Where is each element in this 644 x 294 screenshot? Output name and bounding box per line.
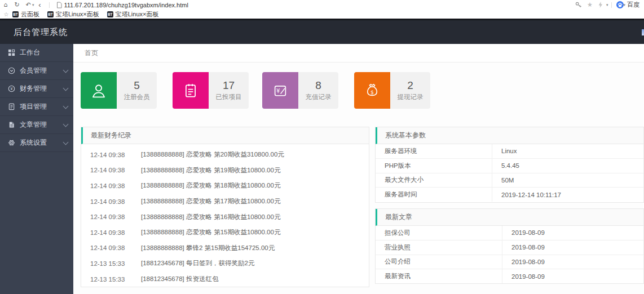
lightning-icon[interactable] (597, 1, 603, 8)
recharge-card-icon: ¥ (262, 72, 298, 109)
divider (49, 2, 50, 8)
bookmark-bt-panel-1[interactable]: BT 宝塔Linux×面板 (47, 10, 99, 19)
table-row: 服务器时间 2019-12-14 10:11:17 (376, 188, 643, 202)
finance-record-row: 12-13 15:33 [18812345678] 每日签到，获得奖励2元 (81, 256, 369, 271)
breadcrumb-home[interactable]: 首页 (85, 44, 98, 63)
finance-record-row: 12-14 09:38 [13888888888] 攀锋2 第15期收益1547… (81, 240, 369, 256)
stat-text: 8 充值记录 (298, 72, 338, 109)
articles-table: 担保公司 2019-08-09 营业执照 2019-08-09 公司介绍 201… (376, 226, 643, 283)
sidebar-item-finance[interactable]: ¥ 财务管理 (0, 80, 73, 98)
record-time: 12-13 15:33 (90, 260, 134, 267)
sidebar-item-label: 财务管理 (20, 84, 64, 93)
sidebar-item-label: 会员管理 (20, 66, 64, 75)
row-value: 5.4.45 (492, 162, 519, 169)
article-date: 2019-08-09 (502, 273, 545, 280)
article-date: 2019-08-09 (502, 259, 545, 265)
chevron-down-icon (63, 139, 69, 145)
project-doc-icon (7, 103, 15, 111)
bookmark-star-icon[interactable]: ☆ (0, 11, 12, 17)
record-time: 12-14 09:38 (90, 167, 134, 173)
table-row: 营业执照 2019-08-09 (376, 240, 643, 255)
back-icon[interactable]: ‹ (34, 1, 46, 9)
stat-text: 5 注册会员 (117, 72, 157, 109)
table-row: 最大文件大小 50M (376, 173, 643, 188)
stat-card-recharge: ¥ 8 充值记录 (262, 72, 338, 109)
tools-caret-icon[interactable]: ▾ (606, 3, 608, 7)
system-params-table: 服务器环境 Linux PHP版本 5.4.45 最大文件大小 50M 服务器时… (376, 144, 643, 202)
sidebar-item-settings[interactable]: 系统设置 (0, 134, 73, 152)
stat-text: 2 提现记录 (390, 72, 430, 109)
stat-label: 已投项目 (216, 93, 242, 101)
sidebar-item-members[interactable]: 会员管理 (0, 62, 73, 80)
stat-card-members: 5 注册会员 (81, 72, 157, 109)
bookmarks-bar: ☆ BT 云面板 BT 宝塔Linux×面板 BT 宝塔Linux×面板 (0, 10, 644, 19)
record-text: [18812345678] 投资送红包 (141, 275, 218, 283)
breadcrumb-bar: 首页 (73, 44, 644, 63)
finance-records-panel: 最新财务纪录 12-14 09:38 [13888888888] 恋爱攻略 第2… (81, 127, 369, 287)
divider (611, 2, 612, 8)
panel-title: 最新文章 (376, 209, 643, 226)
chevron-down-icon (63, 67, 69, 73)
chevron-down-icon (63, 103, 69, 109)
record-text: [13888888888] 恋爱攻略 第18期收益10800.00元 (141, 181, 280, 190)
record-text: [13888888888] 攀锋2 第15期收益154725.00元 (141, 244, 275, 252)
sidebar-item-workbench[interactable]: 工作台 (0, 44, 73, 62)
chevron-down-icon (63, 85, 69, 91)
finance-record-row: 12-14 09:38 [13888888888] 恋爱攻略 第20期收益310… (81, 147, 369, 163)
stat-value: 8 (315, 79, 321, 92)
page-icon (56, 2, 62, 8)
bookmark-label: 宝塔Linux×面板 (116, 10, 159, 19)
record-time: 12-14 09:38 (90, 244, 134, 251)
record-text: [13888888888] 恋爱攻略 第20期收益310800.00元 (141, 150, 284, 159)
search-engine-label[interactable]: 百度 (627, 1, 639, 9)
favorite-star-icon[interactable]: ★ (584, 1, 596, 8)
home-icon[interactable]: ⌂ (0, 1, 11, 8)
bookmark-cloud-panel[interactable]: BT 云面板 (12, 10, 39, 19)
app-title: 后台管理系统 (14, 20, 68, 44)
sidebar-item-articles[interactable]: 文章管理 (0, 116, 73, 134)
url-field[interactable]: 111.67.201.189/chuhzg19tvgabxm/index.htm… (64, 2, 188, 8)
article-title: 担保公司 (376, 226, 502, 240)
system-params-panel: 系统基本参数 服务器环境 Linux PHP版本 5.4.45 最大文件大小 5… (375, 127, 644, 203)
row-value: Linux (492, 148, 517, 154)
record-time: 12-14 09:38 (90, 152, 134, 158)
sidebar-item-projects[interactable]: 项目管理 (0, 98, 73, 116)
panel-title: 系统基本参数 (376, 127, 643, 144)
row-label: 服务器时间 (376, 188, 492, 202)
record-time: 12-14 09:38 (90, 198, 134, 205)
svg-text:$: $ (370, 89, 374, 95)
engine-caret-icon[interactable]: ▾ (623, 3, 625, 7)
table-row: 公司介绍 2019-08-09 (376, 255, 643, 270)
sidebar-item-label: 文章管理 (20, 120, 64, 130)
panel-title: 最新财务纪录 (81, 127, 369, 144)
record-time: 12-13 15:33 (90, 276, 134, 283)
dashboard-grid-icon (7, 49, 15, 57)
stat-text: 17 已投项目 (209, 72, 249, 109)
record-text: [13888888888] 恋爱攻略 第17期收益10800.00元 (141, 197, 280, 206)
row-label: 服务器环境 (376, 144, 492, 158)
finance-circle-icon: ¥ (7, 85, 15, 93)
header-edge-icon (642, 29, 644, 35)
row-value: 50M (492, 177, 514, 184)
finance-record-list: 12-14 09:38 [13888888888] 恋爱攻略 第20期收益310… (81, 144, 369, 287)
stat-label: 充值记录 (306, 93, 332, 101)
app-header: 后台管理系统 (0, 19, 644, 44)
table-row: 担保公司 2019-08-09 (376, 226, 643, 240)
stat-card-projects: 17 已投项目 (173, 72, 249, 109)
stat-card-withdraw: $ 2 提现记录 (354, 72, 430, 109)
record-text: [18812345678] 每日签到，获得奖励2元 (141, 259, 254, 268)
article-title: 营业执照 (376, 240, 502, 255)
bt-favicon: BT (47, 11, 54, 17)
row-label: PHP版本 (376, 159, 492, 173)
money-bag-icon: $ (354, 72, 390, 109)
bookmark-bt-panel-2[interactable]: BT 宝塔Linux×面板 (107, 10, 159, 19)
sidebar-item-label: 项目管理 (20, 102, 64, 112)
record-text: [13888888888] 恋爱攻略 第15期收益10800.00元 (141, 228, 280, 237)
refresh-icon[interactable]: ↻ (11, 1, 23, 8)
table-row: 服务器环境 Linux (376, 144, 643, 159)
stat-value: 5 (134, 79, 140, 92)
gear-icon (7, 139, 15, 147)
finance-record-row: 12-14 09:38 [13888888888] 恋爱攻略 第17期收益108… (81, 194, 369, 210)
record-text: [13888888888] 恋爱攻略 第19期收益10800.00元 (141, 166, 280, 175)
key-icon[interactable] (575, 1, 582, 8)
